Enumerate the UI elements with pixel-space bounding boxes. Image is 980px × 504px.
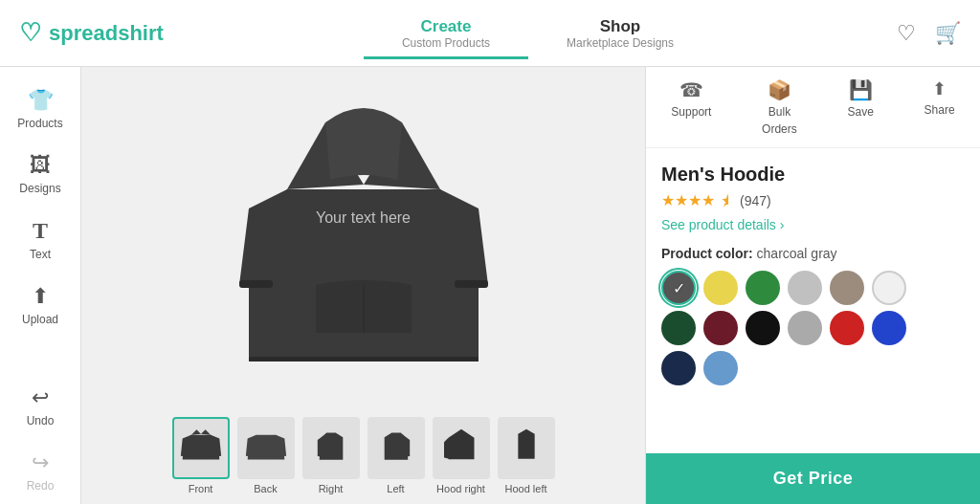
thumbnail-front-label: Front [189, 483, 213, 494]
logo-text: spreadshirt [49, 21, 164, 46]
color-swatch-black[interactable] [746, 311, 780, 345]
color-swatch-red[interactable] [830, 311, 864, 345]
hoodie-image: Your text here [230, 94, 498, 381]
toolbar-share[interactable]: ⬆ Share [924, 78, 955, 136]
sidebar-item-text[interactable]: T Text [0, 207, 80, 273]
thumbnail-hood-right-label: Hood right [436, 483, 485, 494]
sidebar-item-text-label: Text [30, 248, 51, 261]
thumbnail-hood-right[interactable]: Hood right [433, 417, 490, 494]
support-icon: ☎ [679, 78, 703, 101]
thumbnail-front[interactable]: Front [172, 417, 230, 494]
rating-half-star: ⯨ [721, 193, 734, 208]
redo-icon: ↪ [32, 450, 49, 475]
toolbar-save[interactable]: 💾 Save [848, 78, 874, 136]
tab-shop[interactable]: Shop Marketplace Designs [528, 17, 712, 50]
sidebar-item-products-label: Products [17, 117, 62, 130]
thumbnail-hood-left-label: Hood left [504, 483, 546, 494]
thumbnail-bar: Front Back [153, 407, 574, 504]
color-swatch-burgundy[interactable] [703, 311, 738, 345]
get-price-button[interactable]: Get Price [646, 453, 980, 504]
color-selected-name: charcoal gray [757, 246, 837, 261]
share-icon: ⬆ [932, 78, 947, 99]
sidebar: 👕 Products 🖼 Designs T Text ⬆ Upload ↩ U… [0, 67, 81, 504]
color-swatch-light-gray[interactable] [788, 271, 822, 305]
toolbar-bulk-label: Bulk [768, 105, 791, 119]
product-image-container: Your text here [81, 67, 645, 407]
designs-icon: 🖼 [30, 153, 51, 178]
thumbnail-right-label: Right [319, 483, 344, 494]
tab-shop-title: Shop [600, 17, 641, 36]
color-swatch-silver[interactable] [788, 311, 822, 345]
right-panel: ☎ Support 📦 Bulk Orders 💾 Save ⬆ Share M… [645, 67, 980, 504]
thumbnail-right[interactable]: Right [302, 417, 360, 494]
color-grid: ✓ [661, 271, 965, 385]
color-swatch-dark-green[interactable] [661, 311, 696, 345]
color-swatch-yellow[interactable] [703, 271, 738, 305]
save-icon: 💾 [849, 78, 873, 101]
undo-label: Undo [27, 414, 55, 427]
color-swatch-blue[interactable] [872, 311, 906, 345]
wishlist-icon[interactable]: ♡ [897, 21, 916, 46]
redo-label: Redo [27, 479, 55, 493]
toolbar-bulk-label2: Orders [762, 122, 797, 136]
toolbar-save-label: Save [848, 105, 874, 119]
undo-icon: ↩ [32, 385, 49, 410]
thumbnail-hood-left[interactable]: Hood left [498, 417, 555, 494]
sidebar-item-products[interactable]: 👕 Products [0, 77, 80, 142]
sidebar-item-designs-label: Designs [19, 182, 60, 195]
sidebar-item-designs[interactable]: 🖼 Designs [0, 142, 80, 207]
color-swatch-white[interactable] [872, 271, 906, 305]
color-label-prefix: Product color: [661, 246, 757, 261]
tab-create-subtitle: Custom Products [402, 36, 490, 50]
thumbnail-left[interactable]: Left [368, 417, 425, 494]
color-swatch-light-blue[interactable] [703, 351, 738, 385]
cart-icon[interactable]: 🛒 [935, 21, 961, 46]
color-swatch-navy[interactable] [661, 351, 696, 385]
rating-count: (947) [740, 193, 771, 208]
tab-create[interactable]: Create Custom Products [364, 17, 528, 50]
main-layout: 👕 Products 🖼 Designs T Text ⬆ Upload ↩ U… [0, 67, 980, 504]
logo-heart-icon: ♡ [19, 18, 41, 48]
bulk-orders-icon: 📦 [768, 78, 791, 101]
thumbnail-front-box[interactable] [172, 417, 230, 479]
toolbar-support[interactable]: ☎ Support [671, 78, 711, 136]
right-toolbar: ☎ Support 📦 Bulk Orders 💾 Save ⬆ Share [646, 67, 980, 148]
redo-button[interactable]: ↪ Redo [0, 439, 80, 504]
toolbar-bulk-orders[interactable]: 📦 Bulk Orders [762, 78, 797, 136]
products-icon: 👕 [28, 88, 54, 113]
rating-row: ★★★★ ⯨ (947) [661, 191, 965, 209]
thumbnail-back-box[interactable] [237, 417, 295, 479]
canvas-area: Your text here Front [81, 67, 645, 504]
undo-redo-group: ↩ Undo ↪ Redo [0, 374, 80, 504]
logo[interactable]: ♡ spreadshirt [19, 18, 211, 48]
thumbnail-hood-right-box[interactable] [433, 417, 490, 479]
thumbnail-back[interactable]: Back [237, 417, 295, 494]
thumbnail-left-label: Left [387, 483, 404, 494]
header: ♡ spreadshirt Create Custom Products Sho… [0, 0, 980, 67]
header-icons: ♡ 🛒 [865, 21, 961, 46]
sidebar-item-upload[interactable]: ⬆ Upload [0, 273, 80, 338]
rating-stars: ★★★★ [661, 191, 715, 209]
product-info: Men's Hoodie ★★★★ ⯨ (947) See product de… [646, 148, 980, 453]
hoodie-svg [230, 94, 498, 381]
tab-shop-subtitle: Marketplace Designs [567, 36, 674, 50]
undo-button[interactable]: ↩ Undo [0, 374, 80, 439]
upload-icon: ⬆ [32, 284, 49, 309]
tab-create-title: Create [421, 17, 472, 36]
product-name: Men's Hoodie [661, 164, 965, 186]
product-details-link[interactable]: See product details › [661, 217, 965, 232]
thumbnail-right-box[interactable] [302, 417, 360, 479]
text-icon: T [33, 218, 48, 244]
svg-rect-2 [239, 280, 273, 288]
thumbnail-left-box[interactable] [368, 417, 425, 479]
thumbnail-hood-left-box[interactable] [498, 417, 555, 479]
svg-rect-1 [249, 357, 479, 362]
color-swatch-charcoal[interactable]: ✓ [661, 271, 696, 305]
nav-tabs: Create Custom Products Shop Marketplace … [211, 17, 865, 50]
svg-rect-3 [455, 280, 488, 288]
sidebar-item-upload-label: Upload [22, 313, 58, 326]
toolbar-share-label: Share [924, 103, 955, 117]
color-swatch-taupe[interactable] [830, 271, 864, 305]
color-swatch-green[interactable] [746, 271, 780, 305]
color-label: Product color: charcoal gray [661, 246, 965, 261]
